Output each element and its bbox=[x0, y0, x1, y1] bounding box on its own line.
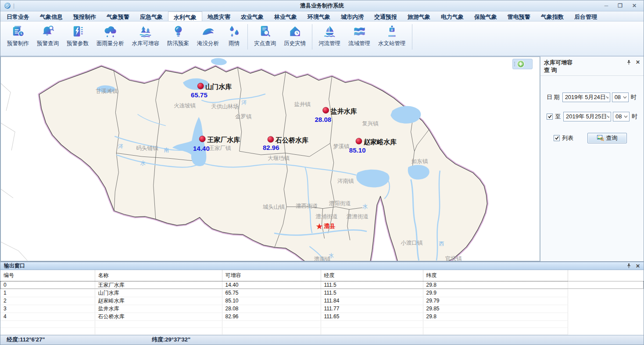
output-panel: 输出窗口 ✕ 编号 名称 可增容 经度 纬度 bbox=[0, 261, 644, 335]
menu-urban-flood[interactable]: 城市内涝 bbox=[336, 11, 369, 21]
menu-geological[interactable]: 地质灾害 bbox=[202, 11, 236, 21]
cell-id: 4 bbox=[0, 313, 95, 320]
tool-disaster-point-search[interactable]: 灾点查询 bbox=[250, 24, 280, 48]
panel-close-icon[interactable]: ✕ bbox=[636, 59, 640, 65]
maximize-icon[interactable]: ❐ bbox=[618, 3, 623, 8]
column-header[interactable]: 名称 bbox=[95, 270, 222, 281]
warning-params-icon bbox=[71, 24, 85, 39]
reservoir-marker[interactable] bbox=[356, 138, 362, 144]
tool-label: 预警查询 bbox=[37, 40, 59, 47]
tool-rain-info[interactable]: 雨情 bbox=[223, 24, 245, 48]
table-row[interactable]: 4 石公桥水库 82.96 111.65 29.8 bbox=[0, 313, 644, 320]
tool-river-manage[interactable]: 河流管理 bbox=[315, 24, 344, 48]
menu-environment[interactable]: 环境气象 bbox=[302, 11, 336, 21]
rain-info-icon bbox=[227, 24, 241, 39]
menu-traffic[interactable]: 交通预报 bbox=[369, 11, 402, 21]
table-row[interactable]: 3 盐井水库 28.08 111.77 29.85 bbox=[0, 305, 644, 313]
menu-tourism[interactable]: 旅游气象 bbox=[402, 11, 436, 21]
tool-warning-params[interactable]: 预警参数 bbox=[63, 24, 93, 48]
query-button[interactable]: 查询 bbox=[587, 133, 627, 143]
check-icon bbox=[547, 114, 552, 119]
tool-inundation[interactable]: 淹没分析 bbox=[193, 24, 223, 48]
table-row[interactable]: 0 王家厂水库 14.40 111.5 29.8 bbox=[0, 281, 644, 289]
cell-capacity: 82.96 bbox=[222, 313, 321, 320]
menu-weather-info[interactable]: 气象信息 bbox=[35, 11, 68, 21]
table-row[interactable]: 1 山门水库 65.75 111.5 29.9 bbox=[0, 289, 644, 297]
minimize-icon[interactable]: ─ bbox=[605, 3, 608, 8]
tool-label: 历史灾情 bbox=[284, 40, 306, 47]
menu-daily-business[interactable]: 日常业务 bbox=[1, 11, 35, 21]
reservoir-marker[interactable] bbox=[323, 107, 329, 114]
table-row[interactable]: 2 赵家峪水库 85.10 111.84 29.79 bbox=[0, 297, 644, 305]
town-label: 天供山林场 bbox=[211, 103, 239, 110]
cell-name: 王家厂水库 bbox=[95, 281, 222, 289]
to-checkbox[interactable] bbox=[547, 114, 553, 120]
tool-flood-plan[interactable]: 防汛预案 bbox=[163, 24, 193, 48]
tool-label: 河流管理 bbox=[318, 40, 340, 47]
map-zoom-in-button[interactable] bbox=[512, 59, 533, 69]
menu-bar: 日常业务 气象信息 预报制作 气象预警 应急气象 水利气象 地质灾害 农业气象 … bbox=[0, 11, 644, 21]
pin-icon[interactable] bbox=[626, 263, 631, 268]
panel-header: 水库可增容 查 询 ✕ bbox=[540, 57, 644, 76]
output-close-icon[interactable]: ✕ bbox=[636, 263, 640, 269]
column-header[interactable]: 经度 bbox=[321, 270, 423, 281]
menu-weather-warning[interactable]: 气象预警 bbox=[101, 11, 135, 21]
menu-admin[interactable]: 后台管理 bbox=[569, 11, 602, 21]
tool-warning-compose[interactable]: 预警制作 bbox=[3, 24, 33, 48]
window-title: 澧县业务制作系统 bbox=[0, 2, 644, 10]
tool-label: 防汛预案 bbox=[167, 40, 189, 47]
cell-longitude: 111.5 bbox=[321, 281, 423, 289]
menu-power[interactable]: 电力气象 bbox=[436, 11, 469, 21]
status-latitude: 纬度:29°37'32" bbox=[152, 336, 190, 344]
reservoir-marker[interactable] bbox=[199, 136, 205, 142]
town-label: 盐井镇 bbox=[294, 101, 311, 107]
column-header[interactable]: 纬度 bbox=[423, 270, 568, 281]
tool-basin-manage[interactable]: 流域管理 bbox=[344, 24, 374, 48]
tool-area-rainfall[interactable]: 面雨量分析 bbox=[93, 24, 128, 48]
list-checkbox[interactable] bbox=[554, 135, 560, 141]
menu-agriculture[interactable]: 农业气象 bbox=[236, 11, 269, 21]
cell-longitude: 111.5 bbox=[321, 289, 423, 297]
reservoir-marker[interactable] bbox=[197, 83, 204, 89]
chevron-down-icon bbox=[624, 115, 628, 118]
cell-name: 赵家峪水库 bbox=[95, 297, 222, 305]
reservoir-value: 85.10 bbox=[349, 146, 366, 154]
close-icon[interactable]: ✕ bbox=[632, 3, 637, 8]
reservoir-marker[interactable] bbox=[268, 136, 274, 142]
pin-icon[interactable] bbox=[626, 60, 631, 65]
tool-warning-search[interactable]: 预警查询 bbox=[33, 24, 63, 48]
menu-forestry[interactable]: 林业气象 bbox=[269, 11, 302, 21]
map-canvas[interactable]: 涔 南 水 涔 水 水 西 甘溪滩镇 火连坡镇 天供山林场 金罗镇 盐井镇 复兴… bbox=[1, 57, 540, 261]
tool-label: 淹没分析 bbox=[197, 40, 219, 47]
menu-insurance[interactable]: 保险气象 bbox=[469, 11, 502, 21]
town-label: 澧浦街道 bbox=[316, 213, 338, 220]
town-label: 官垸镇 bbox=[445, 256, 462, 261]
date-label: 日 期 bbox=[547, 93, 560, 101]
cell-name: 石公桥水库 bbox=[95, 313, 222, 320]
column-header[interactable]: 可增容 bbox=[222, 270, 321, 281]
table-row-empty bbox=[0, 320, 644, 327]
town-label: 城头山镇 bbox=[263, 204, 285, 210]
menu-lightning[interactable]: 雷电预警 bbox=[502, 11, 536, 21]
reservoir-name: 王家厂水库 bbox=[207, 136, 240, 143]
output-title: 输出窗口 bbox=[4, 262, 25, 270]
hydro-station-manage-icon bbox=[385, 24, 399, 39]
to-label: 至 bbox=[555, 113, 561, 121]
column-header[interactable]: 编号 bbox=[0, 270, 95, 281]
reservoir-value: 28.08 bbox=[315, 116, 331, 123]
tool-reservoir-capacity[interactable]: 水库可增容 bbox=[128, 24, 164, 48]
from-hour-select[interactable]: 08 bbox=[612, 92, 629, 102]
to-date-select[interactable]: 2019年 5月25日 bbox=[563, 112, 611, 121]
tool-hydro-station-manage[interactable]: 水文站管理 bbox=[374, 24, 410, 48]
menu-forecast-make[interactable]: 预报制作 bbox=[68, 11, 101, 21]
menu-water-weather[interactable]: 水利气象 bbox=[168, 11, 202, 21]
menu-emergency[interactable]: 应急气象 bbox=[135, 11, 168, 21]
add-icon bbox=[517, 60, 525, 68]
to-hour-select[interactable]: 08 bbox=[613, 112, 630, 121]
output-header: 输出窗口 ✕ bbox=[0, 262, 644, 270]
tool-label: 水库可增容 bbox=[132, 40, 160, 47]
menu-weather-index[interactable]: 气象指数 bbox=[536, 11, 569, 21]
tool-history-disaster[interactable]: 历史灾情 bbox=[280, 24, 310, 48]
town-label: 如东镇 bbox=[411, 158, 428, 164]
from-date-select[interactable]: 2019年 5月24日 bbox=[562, 92, 610, 102]
